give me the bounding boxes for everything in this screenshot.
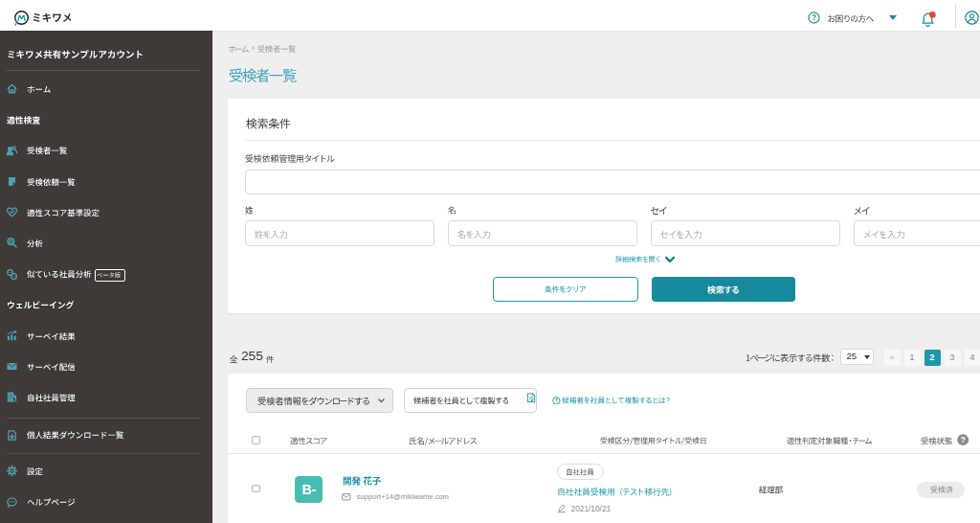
- svg-text:?: ?: [960, 435, 965, 444]
- svg-text:?: ?: [812, 13, 816, 22]
- svg-text:?: ?: [555, 398, 559, 403]
